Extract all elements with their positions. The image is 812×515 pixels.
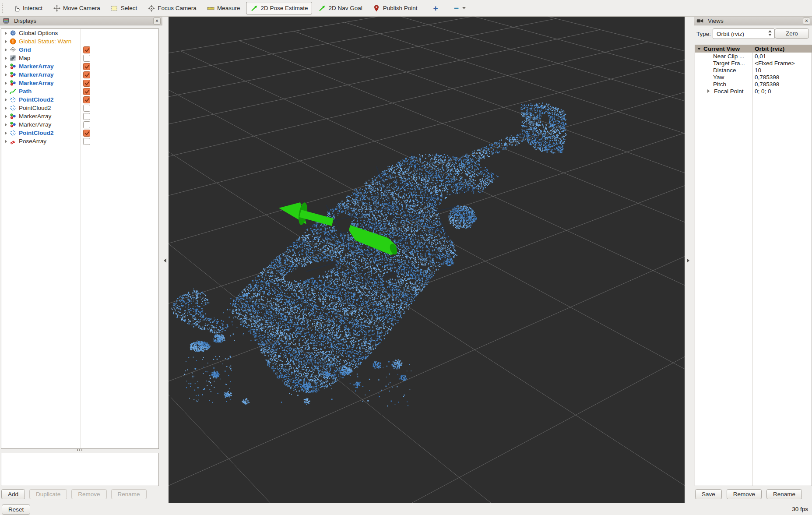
view-type-dropdown[interactable]: Orbit (rviz) [713,28,775,39]
visibility-checkbox[interactable] [83,113,90,120]
expand-icon[interactable] [5,106,7,110]
add-button[interactable]: Add [1,489,25,499]
view-property-row-distance[interactable]: Distance10 [695,67,812,74]
remove-button[interactable]: Remove [71,489,106,499]
toolbar-button-measure[interactable]: Measure [203,2,245,14]
expand-icon[interactable] [5,123,7,127]
toolbar-button-label: Move Camera [63,5,100,11]
expand-icon[interactable] [5,56,7,60]
view-property-row-pitch[interactable]: Pitch0,785398 [695,81,812,88]
expand-icon[interactable] [5,81,7,85]
expand-icon[interactable] [5,90,7,93]
visibility-checkbox[interactable] [83,105,90,112]
display-row-pointcloud2[interactable]: PointCloud2 [1,95,158,104]
close-icon[interactable]: × [803,18,810,25]
visibility-checkbox[interactable] [83,46,90,53]
toolbar-button-interact[interactable]: Interact [8,2,47,14]
close-icon[interactable]: × [153,18,161,25]
property-value[interactable]: 0,785398 [755,81,779,88]
remove-tool-button[interactable]: − [450,3,469,14]
property-value[interactable]: <Fixed Frame> [755,60,795,67]
display-row-markerarray[interactable]: MarkerArray [1,120,158,129]
view-property-row-near-clip-[interactable]: Near Clip ...0,01 [695,53,812,60]
expand-icon[interactable] [707,89,710,93]
display-row-label: Grid [19,46,31,53]
display-row-label: Global Options [19,30,58,36]
chevron-down-icon[interactable] [697,48,701,50]
rename-button[interactable]: Rename [111,489,147,499]
property-value[interactable]: 0,785398 [755,74,779,81]
visibility-checkbox[interactable] [83,138,90,145]
reset-button[interactable]: Reset [2,504,30,515]
display-row-markerarray[interactable]: MarkerArray [1,62,158,71]
property-value[interactable]: 0; 0; 0 [755,88,771,95]
toolbar-button-label: Focus Camera [158,5,197,11]
toolbar-button-select[interactable]: Select [106,2,142,14]
description-box [1,453,159,486]
property-value[interactable]: 10 [755,67,761,74]
toolbar-button-pose-estimate[interactable]: 2D Pose Estimate [246,2,312,14]
display-row-map[interactable]: Map [1,54,158,62]
visibility-checkbox[interactable] [83,130,90,137]
marker-array-icon [10,63,17,70]
view-type-row: Type: Orbit (rviz) Zero [694,28,812,39]
expand-icon[interactable] [5,73,7,77]
move-camera-icon [53,4,60,12]
gear-icon [10,30,17,36]
display-row-global-status-warn[interactable]: Global Status: Warn [1,37,158,46]
toolbar-button-focus-camera[interactable]: Focus Camera [143,2,201,14]
visibility-checkbox[interactable] [83,63,90,70]
expand-icon[interactable] [5,140,7,143]
toolbar-drag-handle[interactable] [2,4,5,13]
3d-viewport[interactable] [169,17,685,503]
view-property-row-yaw[interactable]: Yaw0,785398 [695,74,812,81]
display-row-global-options[interactable]: Global Options [1,29,158,37]
display-row-pointcloud2[interactable]: PointCloud2 [1,129,158,137]
current-view-row[interactable]: Current View Orbit (rviz) [695,45,812,53]
visibility-checkbox[interactable] [83,71,90,78]
visibility-checkbox[interactable] [83,96,90,103]
display-row-posearray[interactable]: PoseArray [1,137,158,145]
visibility-checkbox[interactable] [83,121,90,128]
chevron-down-icon[interactable] [462,7,466,9]
add-tool-button[interactable]: + [430,3,442,14]
rename-button[interactable]: Rename [766,489,802,499]
views-panel: Views × Type: Orbit (rviz) Zero Current … [694,17,812,503]
expand-icon[interactable] [5,32,7,35]
expand-icon[interactable] [5,65,7,68]
collapse-right-icon[interactable] [687,258,689,263]
expand-icon[interactable] [5,115,7,118]
zero-button[interactable]: Zero [775,28,809,39]
expand-icon[interactable] [5,98,7,102]
display-row-path[interactable]: Path [1,87,158,95]
property-value[interactable]: 0,01 [755,53,766,60]
toolbar-button-label: Publish Point [383,5,418,11]
display-row-pointcloud2[interactable]: PointCloud2 [1,104,158,112]
marker-array-icon [10,121,17,128]
visibility-checkbox[interactable] [83,88,90,95]
panel-splitter-handle[interactable] [1,449,158,451]
expand-icon[interactable] [5,131,7,135]
view-property-row-target-fra-[interactable]: Target Fra...<Fixed Frame> [695,60,812,67]
toolbar-button-publish-point[interactable]: Publish Point [369,2,422,14]
displays-panel-titlebar[interactable]: Displays × [0,17,162,25]
view-type-value: Orbit (rviz) [717,31,744,37]
spinner-icon[interactable] [768,30,772,36]
collapse-left-icon[interactable] [164,258,166,263]
display-row-markerarray[interactable]: MarkerArray [1,112,158,120]
display-row-markerarray[interactable]: MarkerArray [1,71,158,79]
display-row-grid[interactable]: Grid [1,46,158,54]
remove-button[interactable]: Remove [727,489,762,499]
save-button[interactable]: Save [695,489,722,499]
toolbar-button-nav-goal[interactable]: 2D Nav Goal [314,2,366,14]
toolbar-button-move-camera[interactable]: Move Camera [49,2,105,14]
hand-icon [13,4,20,12]
visibility-checkbox[interactable] [83,80,90,87]
views-panel-titlebar[interactable]: Views × [694,17,812,25]
view-property-row-focal-point[interactable]: Focal Point0; 0; 0 [695,88,812,95]
duplicate-button[interactable]: Duplicate [29,489,67,499]
expand-icon[interactable] [5,40,7,43]
expand-icon[interactable] [5,48,7,52]
display-row-markerarray[interactable]: MarkerArray [1,79,158,87]
visibility-checkbox[interactable] [83,55,90,62]
